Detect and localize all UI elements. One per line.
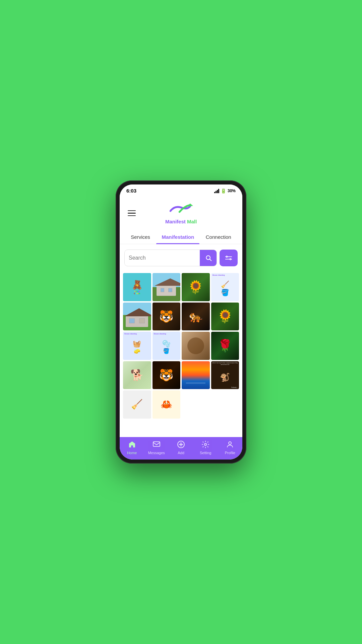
grid-cell-supplies[interactable]: 🧹 bbox=[123, 390, 151, 419]
grid-cell-dog[interactable]: 🐕 bbox=[123, 361, 151, 389]
cleaning-label-3: House cleaning bbox=[154, 333, 166, 335]
grid-cell-tiger1[interactable]: 🐯 bbox=[153, 303, 181, 331]
grid-cell-abstract[interactable] bbox=[182, 332, 210, 360]
phone-shell: 6:03 🔋 30% bbox=[116, 180, 246, 464]
grid-cell-red-flower[interactable]: 🌹 bbox=[211, 332, 239, 360]
signal-bars-icon bbox=[214, 189, 219, 193]
nav-setting[interactable]: Setting bbox=[195, 440, 216, 455]
filter-icon bbox=[225, 254, 232, 262]
header: Manifest Mall bbox=[120, 195, 242, 230]
filter-button[interactable] bbox=[220, 250, 238, 266]
cleaning-label-1: House cleaning bbox=[213, 274, 225, 276]
nav-messages[interactable]: Messages bbox=[146, 440, 167, 455]
home-icon bbox=[128, 440, 136, 450]
grid-cell-cleaning3[interactable]: House cleaning 🫧 🪣 bbox=[153, 332, 181, 360]
grid-cell-tiger2[interactable]: 🐅 bbox=[182, 303, 210, 331]
hamburger-line-3 bbox=[128, 215, 136, 216]
grid-cell-sunflower2[interactable]: 🌻 bbox=[211, 303, 239, 331]
messages-icon bbox=[153, 440, 161, 450]
logo-manifest: Manifest bbox=[165, 219, 186, 224]
nav-profile[interactable]: Profile bbox=[220, 440, 240, 455]
search-row bbox=[124, 250, 238, 266]
monkey-bottom-text: Pathetic... bbox=[231, 387, 238, 388]
grid-cell-house1[interactable] bbox=[153, 273, 181, 301]
search-icon-button[interactable] bbox=[200, 250, 217, 266]
profile-icon bbox=[226, 440, 234, 450]
svg-rect-9 bbox=[153, 442, 160, 446]
battery-percent: 30% bbox=[228, 189, 236, 193]
status-bar: 6:03 🔋 30% bbox=[120, 184, 242, 195]
search-section bbox=[120, 244, 242, 272]
hamburger-line-1 bbox=[128, 210, 136, 211]
grid-cell-house2[interactable] bbox=[123, 303, 151, 331]
add-icon bbox=[177, 440, 185, 450]
grid-cell-monkey[interactable]: when I see my human crying because they … bbox=[211, 361, 239, 389]
scroll-content: Manifest Mall Services Manifestation Con… bbox=[120, 195, 242, 437]
nav-setting-label: Setting bbox=[200, 451, 211, 455]
grid-cell-sunset[interactable] bbox=[182, 361, 210, 389]
phone-screen: 6:03 🔋 30% bbox=[120, 184, 242, 460]
svg-point-14 bbox=[229, 442, 231, 444]
nav-profile-label: Profile bbox=[225, 451, 235, 455]
tabs: Services Manifestation Connection bbox=[120, 230, 242, 244]
battery-icon: 🔋 bbox=[221, 188, 226, 194]
grid-cell-empty2 bbox=[211, 390, 239, 419]
tab-manifestation[interactable]: Manifestation bbox=[156, 230, 199, 244]
grid-cell-tiger3[interactable]: 🐯 bbox=[153, 361, 181, 389]
nav-add-label: Add bbox=[178, 451, 184, 455]
nav-home[interactable]: Home bbox=[122, 440, 142, 455]
tab-services[interactable]: Services bbox=[125, 230, 156, 244]
search-icon bbox=[205, 255, 212, 261]
image-grid: 🧸 TOYS& GAMES bbox=[120, 272, 242, 424]
search-input[interactable] bbox=[125, 250, 200, 266]
svg-point-13 bbox=[204, 443, 206, 445]
hamburger-line-2 bbox=[128, 213, 136, 214]
nav-home-label: Home bbox=[127, 451, 137, 455]
status-icons: 🔋 30% bbox=[214, 188, 236, 194]
tab-connection[interactable]: Connection bbox=[200, 230, 237, 244]
grid-cell-sunflower1[interactable]: 🌻 bbox=[182, 273, 210, 301]
search-input-wrapper bbox=[124, 250, 217, 266]
logo-text: Manifest Mall bbox=[165, 219, 197, 225]
grid-cell-empty1 bbox=[182, 390, 210, 419]
nav-add[interactable]: Add bbox=[171, 440, 191, 455]
svg-line-2 bbox=[210, 259, 212, 261]
cleaning-label-2: House cleaning bbox=[124, 333, 137, 335]
setting-icon bbox=[201, 440, 209, 450]
nav-messages-label: Messages bbox=[148, 451, 165, 455]
status-time: 6:03 bbox=[126, 188, 136, 194]
grid-cell-cleaning1[interactable]: House cleaning 🧹 🪣 bbox=[211, 273, 239, 301]
grid-cell-crab[interactable]: 🦀 bbox=[153, 390, 181, 419]
logo-container: Manifest Mall bbox=[126, 199, 236, 227]
grid-cell-toys[interactable]: 🧸 TOYS& GAMES bbox=[123, 273, 151, 301]
hamburger-button[interactable] bbox=[126, 209, 137, 218]
monkey-top-text: when I see my human crying because they … bbox=[212, 362, 239, 365]
logo-mall: Mall bbox=[186, 219, 197, 224]
bottom-nav: Home Messages bbox=[120, 437, 242, 460]
logo-icon bbox=[166, 200, 196, 219]
grid-cell-cleaning2[interactable]: House cleaning 🧺 🧽 bbox=[123, 332, 151, 360]
